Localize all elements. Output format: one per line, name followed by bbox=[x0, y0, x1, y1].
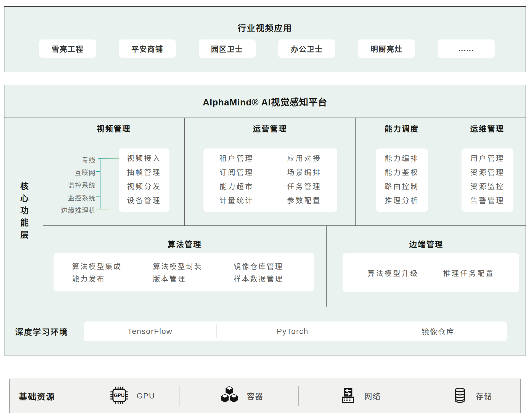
capability-scheduling-column: 能力调度 能力编排 能力鉴权 路由控制 推理分析 bbox=[356, 118, 448, 225]
scheduling-functions-list: 能力编排 能力鉴权 路由控制 推理分析 bbox=[376, 148, 428, 208]
scheduling-functions-box: 能力编排 能力鉴权 路由控制 推理分析 bbox=[376, 148, 428, 212]
app-pill-more: ...... bbox=[438, 39, 495, 58]
resource-label: 网络 bbox=[364, 390, 381, 402]
industry-apps-band: 行业视频应用 雪亮工程 平安商铺 园区卫士 办公卫士 明厨亮灶 ...... bbox=[4, 6, 526, 72]
om-functions-box: 用户管理 资源管理 资源监控 告警管理 bbox=[462, 148, 513, 212]
list-item: 样本数据管理 bbox=[234, 273, 314, 285]
app-pill: 明厨亮灶 bbox=[358, 39, 415, 58]
algorithm-group: 镜像仓库管理 样本数据管理 bbox=[234, 260, 314, 291]
core-function-layer-label: 核心功能层 bbox=[18, 182, 30, 243]
container-cubes-icon bbox=[219, 385, 240, 407]
edge-functions-box: 算法模型升级 推理任务配置 bbox=[343, 253, 519, 292]
operations-functions-box: 租户管理 订阅管理 能力超市 计量统计 应用对接 场景编排 任务管理 参数配置 bbox=[203, 148, 337, 212]
list-item: 算法模型升级 bbox=[367, 268, 419, 278]
list-item: 抽帧管理 bbox=[119, 166, 169, 180]
list-item: 镜像仓库管理 bbox=[234, 260, 314, 273]
list-item: 能力超市 bbox=[219, 180, 254, 194]
list-item: 视频接入 bbox=[119, 151, 169, 166]
algorithm-management-title: 算法管理 bbox=[43, 238, 326, 249]
video-source-label: 监控系统 bbox=[43, 180, 96, 190]
dl-framework-pytorch: PyTorch bbox=[216, 321, 369, 341]
om-management-title: 运维管理 bbox=[448, 123, 526, 134]
list-item: 订阅管理 bbox=[219, 166, 254, 180]
list-item: 能力发布 bbox=[72, 273, 153, 285]
video-source-label: 边缘推理机 bbox=[43, 205, 96, 215]
list-item: 资源监控 bbox=[462, 180, 513, 194]
vertical-divider bbox=[298, 386, 299, 406]
algorithm-group: 算法模型集成 能力发布 bbox=[72, 260, 153, 291]
industry-apps-row: 雪亮工程 平安商铺 园区卫士 办公卫士 明厨亮灶 ...... bbox=[39, 39, 495, 58]
capability-scheduling-title: 能力调度 bbox=[356, 123, 448, 134]
video-functions-box: 视频接入 抽帧管理 视频分发 设备管理 bbox=[119, 148, 169, 212]
ai-platform-architecture-diagram: 行业视频应用 雪亮工程 平安商铺 园区卫士 办公卫士 明厨亮灶 ...... A… bbox=[0, 0, 530, 420]
operations-left-list: 租户管理 订阅管理 能力超市 计量统计 bbox=[219, 151, 254, 212]
video-source-label: 专线 bbox=[43, 155, 96, 164]
vertical-divider bbox=[419, 386, 419, 406]
connector-branch-line bbox=[96, 171, 100, 172]
resource-gpu: GPU GPU bbox=[109, 385, 155, 407]
list-item: 视频分发 bbox=[119, 180, 169, 194]
platform-band: AlphaMind® AI视觉感知平台 核心功能层 视频管理 专线 互联网 监控… bbox=[4, 85, 526, 355]
gpu-chip-icon: GPU bbox=[109, 385, 129, 407]
storage-database-icon bbox=[451, 387, 468, 405]
video-management-column: 视频管理 专线 互联网 监控系统 监控系统 边缘推理机 视频接入 bbox=[43, 118, 185, 225]
base-resources-band: 基础资源 GPU GPU bbox=[9, 379, 521, 413]
edge-management-column: 边端管理 算法模型升级 推理任务配置 bbox=[327, 226, 526, 307]
algorithm-management-column: 算法管理 算法模型集成 能力发布 算法模型封装 版本管理 镜像仓库管理 样本数据 bbox=[43, 226, 327, 307]
operations-management-column: 运营管理 租户管理 订阅管理 能力超市 计量统计 应用对接 场景编排 任务管理 bbox=[185, 118, 356, 225]
resource-label: 存储 bbox=[476, 390, 492, 402]
resource-container: 容器 bbox=[219, 385, 263, 407]
connector-branch-line bbox=[96, 184, 100, 184]
list-item: 参数配置 bbox=[287, 194, 321, 208]
video-functions-list: 视频接入 抽帧管理 视频分发 设备管理 bbox=[119, 148, 169, 208]
list-item: 能力编排 bbox=[376, 151, 428, 166]
list-item: 告警管理 bbox=[462, 194, 513, 208]
deep-learning-bar: TensorFlow PyTorch 镜像仓库 bbox=[84, 321, 507, 341]
algorithm-functions-box: 算法模型集成 能力发布 算法模型封装 版本管理 镜像仓库管理 样本数据管理 bbox=[54, 253, 314, 291]
connector-branch-line bbox=[96, 196, 100, 197]
resource-label: GPU bbox=[137, 392, 155, 400]
list-item: 设备管理 bbox=[119, 194, 169, 208]
video-source-label: 监控系统 bbox=[43, 193, 96, 202]
operations-right-list: 应用对接 场景编排 任务管理 参数配置 bbox=[287, 151, 321, 212]
app-pill: 平安商铺 bbox=[119, 39, 176, 58]
base-resources-label: 基础资源 bbox=[19, 390, 55, 402]
svg-text:GPU: GPU bbox=[114, 393, 125, 398]
industry-band-title: 行业视频应用 bbox=[4, 21, 526, 33]
list-item: 推理任务配置 bbox=[443, 268, 494, 278]
app-pill: 雪亮工程 bbox=[39, 39, 96, 58]
vertical-divider bbox=[179, 386, 179, 406]
video-management-title: 视频管理 bbox=[43, 123, 184, 134]
video-source-label: 互联网 bbox=[43, 167, 96, 177]
list-item: 租户管理 bbox=[219, 151, 254, 166]
list-item: 资源管理 bbox=[462, 166, 513, 180]
deep-learning-label: 深度学习环境 bbox=[15, 326, 68, 337]
list-item: 算法模型封装 bbox=[153, 260, 234, 273]
edge-management-title: 边端管理 bbox=[327, 238, 526, 249]
platform-row2: 算法管理 算法模型集成 能力发布 算法模型封装 版本管理 镜像仓库管理 样本数据 bbox=[43, 225, 526, 307]
om-functions-list: 用户管理 资源管理 资源监控 告警管理 bbox=[462, 148, 513, 208]
connector-tail-line bbox=[100, 209, 109, 209]
list-item: 路由控制 bbox=[376, 180, 428, 194]
list-item: 推理分析 bbox=[376, 194, 428, 208]
platform-title: AlphaMind® AI视觉感知平台 bbox=[203, 95, 327, 108]
resource-storage: 存储 bbox=[451, 387, 492, 405]
list-item: 场景编排 bbox=[287, 166, 321, 180]
list-item: 能力鉴权 bbox=[376, 166, 428, 180]
list-item: 应用对接 bbox=[287, 151, 321, 166]
om-management-column: 运维管理 用户管理 资源管理 资源监控 告警管理 bbox=[448, 118, 526, 225]
app-pill: 园区卫士 bbox=[199, 39, 256, 58]
algorithm-group: 算法模型封装 版本管理 bbox=[153, 260, 234, 291]
deep-learning-row: 深度学习环境 TensorFlow PyTorch 镜像仓库 bbox=[4, 307, 526, 356]
resource-label: 容器 bbox=[247, 390, 263, 402]
resource-network: 网络 bbox=[339, 386, 381, 406]
dl-framework-tensorflow: TensorFlow bbox=[84, 321, 216, 341]
platform-main-area: 视频管理 专线 互联网 监控系统 监控系统 边缘推理机 视频接入 bbox=[43, 118, 526, 307]
list-item: 计量统计 bbox=[219, 194, 254, 208]
dl-image-registry: 镜像仓库 bbox=[369, 321, 507, 341]
list-item: 任务管理 bbox=[287, 180, 321, 194]
list-item: 版本管理 bbox=[153, 273, 234, 285]
list-item: 用户管理 bbox=[462, 151, 513, 166]
list-item: 算法模型集成 bbox=[72, 260, 153, 273]
app-pill: 办公卫士 bbox=[278, 39, 335, 58]
